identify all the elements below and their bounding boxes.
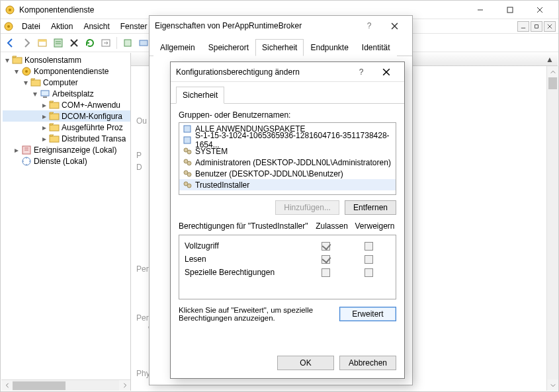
list-item[interactable]: S-1-15-3-1024-1065365936-1281604716-3511… <box>179 134 396 145</box>
perm-label: Lesen <box>185 255 304 264</box>
folder-icon <box>30 77 41 88</box>
svg-rect-39 <box>50 125 59 131</box>
tree-node-eventviewer[interactable]: ▸ Ereignisanzeige (Lokal) <box>3 144 130 155</box>
expander-icon[interactable]: ▸ <box>40 100 49 110</box>
expander-spacer <box>12 157 21 166</box>
nav-back-button[interactable] <box>3 36 18 50</box>
permissions-table: Vollzugriff Lesen Spezielle Berechtigung… <box>179 235 396 299</box>
properties-tabs: Allgemein Speicherort Sicherheit Endpunk… <box>150 38 412 56</box>
tab-security[interactable]: Sicherheit <box>176 87 224 104</box>
scroll-left-button[interactable] <box>1 380 13 391</box>
nav-forward-button[interactable] <box>19 36 34 50</box>
menu-window[interactable]: Fenster <box>115 20 153 32</box>
tab-endpoints[interactable]: Endpunkte <box>304 39 355 56</box>
cancel-button[interactable]: Abbrechen <box>339 356 396 370</box>
deny-read-checkbox[interactable] <box>365 255 373 264</box>
group-icon <box>182 146 193 157</box>
advanced-button[interactable]: Erweitert <box>339 307 396 321</box>
maximize-button[interactable] <box>495 3 525 17</box>
ok-button[interactable]: OK <box>277 356 334 370</box>
help-button[interactable]: ? <box>349 65 374 79</box>
allow-full-checkbox[interactable] <box>322 242 330 251</box>
properties-titlebar[interactable]: Eigenschaften von PerAppRuntimeBroker ? <box>150 16 412 36</box>
help-button[interactable]: ? <box>357 19 382 33</box>
tree-node-computer[interactable]: ▾ Computer <box>3 77 130 88</box>
folder-icon <box>49 134 60 144</box>
column-deny: Verweigern <box>353 221 396 231</box>
tree-node-dcom[interactable]: ▸ DCOM-Konfigura <box>3 110 130 122</box>
mdi-minimize[interactable] <box>517 21 529 32</box>
permissions-for-label: Berechtigungen für "TrustedInstaller" <box>179 221 310 231</box>
perm-label: Vollzugriff <box>185 241 304 251</box>
svg-point-58 <box>187 173 191 176</box>
principals-listbox[interactable]: ALLE ANWENDUNGSPAKETE S-1-15-3-1024-1065… <box>179 122 396 195</box>
svg-point-60 <box>187 184 191 188</box>
scroll-down-button[interactable] <box>547 379 558 391</box>
tool-extra1-button[interactable] <box>120 36 135 50</box>
menu-file[interactable]: Datei <box>17 20 46 32</box>
svg-point-30 <box>25 70 28 73</box>
svg-rect-37 <box>50 114 59 120</box>
tree-node-console-root[interactable]: ▾ Konsolenstamm <box>3 54 130 65</box>
list-item-label: Administratoren (DESKTOP-JDDLN0L\Adminis… <box>195 158 391 167</box>
expander-icon[interactable]: ▾ <box>30 89 40 98</box>
expander-icon[interactable]: ▾ <box>3 56 12 65</box>
minimize-button[interactable] <box>465 3 495 17</box>
tab-storage[interactable]: Speicherort <box>202 39 255 56</box>
tree-scrollbar-horizontal[interactable] <box>1 379 130 391</box>
allow-special-checkbox[interactable] <box>322 268 330 277</box>
obscured-text: Phy <box>136 369 150 378</box>
mdi-close[interactable] <box>544 21 556 32</box>
tree-label: Komponentendienste <box>34 67 108 76</box>
menu-view[interactable]: Ansicht <box>78 20 114 32</box>
expander-icon[interactable]: ▸ <box>40 112 49 121</box>
tree-node-workplace[interactable]: ▾ Arbeitsplatz <box>3 88 130 99</box>
list-item[interactable]: Benutzer (DESKTOP-JDDLN0L\Benutzer) <box>179 168 396 179</box>
expander-icon[interactable]: ▸ <box>40 134 49 143</box>
remove-button[interactable]: Entfernen <box>345 200 396 215</box>
mdi-restore[interactable] <box>531 21 542 32</box>
svg-rect-3 <box>507 7 513 13</box>
deny-full-checkbox[interactable] <box>365 242 373 251</box>
tree-node-services[interactable]: Dienste (Lokal) <box>3 155 130 167</box>
tool-export-button[interactable] <box>99 36 113 50</box>
expander-icon[interactable]: ▾ <box>21 78 30 87</box>
tool-properties-button[interactable] <box>51 36 65 50</box>
list-item[interactable]: TrustedInstaller <box>179 179 396 190</box>
tree-label: Konsolenstamm <box>24 56 81 65</box>
scroll-right-button[interactable] <box>119 380 130 391</box>
svg-rect-51 <box>184 126 191 132</box>
tab-general[interactable]: Allgemein <box>153 39 202 56</box>
deny-special-checkbox[interactable] <box>365 268 373 277</box>
obscured-text: Ou <box>136 116 147 126</box>
tab-identity[interactable]: Identität <box>355 39 397 56</box>
add-button: Hinzufügen... <box>275 200 339 215</box>
close-button[interactable] <box>525 3 554 17</box>
expander-icon[interactable]: ▾ <box>12 67 21 76</box>
main-title: Komponentendienste <box>19 5 465 15</box>
tree[interactable]: ▾ Konsolenstamm ▾ Komponentendienste ▾ C… <box>1 53 130 167</box>
expander-icon[interactable]: ▸ <box>40 123 49 132</box>
list-scrollbar-vertical[interactable] <box>546 66 558 391</box>
scroll-track[interactable] <box>13 380 119 391</box>
tree-pane: ▾ Konsolenstamm ▾ Komponentendienste ▾ C… <box>1 53 131 391</box>
tool-showhide-button[interactable] <box>35 36 50 50</box>
tool-refresh-button[interactable] <box>83 36 97 50</box>
scroll-thumb[interactable] <box>13 381 65 390</box>
scroll-up-button[interactable] <box>547 66 558 77</box>
tab-security[interactable]: Sicherheit <box>255 39 304 56</box>
close-button[interactable] <box>374 65 399 79</box>
tree-node-dtc[interactable]: ▸ Distributed Transa <box>3 133 130 144</box>
tool-delete-button[interactable] <box>67 36 81 50</box>
tree-node-running[interactable]: ▸ Ausgeführte Proz <box>3 122 130 133</box>
scroll-track[interactable] <box>547 77 558 379</box>
scroll-thumb[interactable] <box>548 77 557 89</box>
groups-label: Gruppen- oder Benutzernamen: <box>179 110 396 120</box>
close-button[interactable] <box>382 19 407 33</box>
permissions-titlebar[interactable]: Konfigurationsberechtigung ändern ? <box>171 62 404 82</box>
list-item[interactable]: Administratoren (DESKTOP-JDDLN0L\Adminis… <box>179 157 396 168</box>
tree-node-complus[interactable]: ▸ COM+-Anwendu <box>3 99 130 110</box>
allow-read-checkbox[interactable] <box>322 255 330 264</box>
menu-action[interactable]: Aktion <box>46 20 78 32</box>
tree-node-compsvc[interactable]: ▾ Komponentendienste <box>3 65 130 77</box>
